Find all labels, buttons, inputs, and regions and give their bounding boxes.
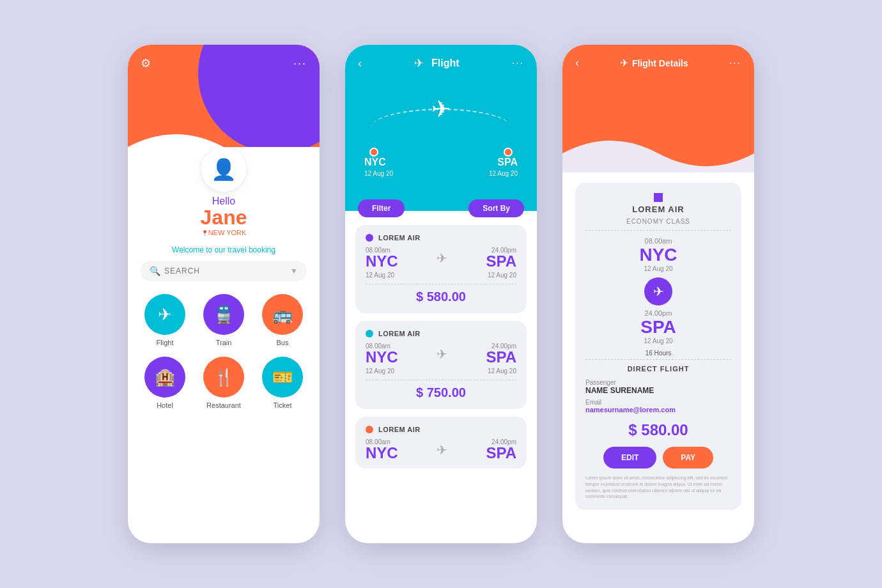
bus-label: Bus [277,339,289,346]
dates-row-2: 12 Aug 20 12 Aug 20 [366,368,516,375]
airline-row-3: LOREM AIR [366,426,516,433]
back-button-ph3[interactable]: ‹ [575,56,579,70]
ticket-list: LOREM AIR 08.00am NYC ✈ 24.00pm SPA 12 A… [345,217,537,484]
welcome-message: Welcome to our travel booking [141,245,307,254]
dropdown-arrow-icon[interactable]: ▼ [290,267,298,275]
search-bar[interactable]: 🔍 ▼ [141,261,307,281]
train-label: Train [216,339,232,346]
arrival-label: SPA 12 Aug 20 [489,156,518,179]
dates-row-1: 12 Aug 20 12 Aug 20 [366,272,516,279]
category-ticket[interactable]: 🎫 Ticket [258,357,307,409]
wave-divider-ph3 [562,121,754,173]
route-row-2: 08.00am NYC ✈ 24.00pm SPA [366,343,516,365]
sort-button[interactable]: Sort By [468,199,524,217]
category-train[interactable]: 🚆 Train [199,294,248,346]
train-icon-circle: 🚆 [203,294,244,335]
disclaimer-text: Lorem ipsum dolor sit amet, consectetur … [585,475,731,500]
departure-block-2: 08.00am NYC [366,343,398,365]
page-title-ph3: Flight Details [632,58,688,68]
dep-city: NYC [585,245,731,265]
dep-time: 08.00am [585,237,731,245]
phone-flight-list: ‹ ✈ Flight ··· ✈ NYC 12 Aug 20 SPA 12 Au… [345,45,537,543]
airline-name-3: LOREM AIR [378,426,421,433]
airline-dot-1 [366,234,373,242]
header-plane-icon: ✈ [414,56,424,70]
user-profile: 👤 Hello Jane NEW YORK [141,147,307,236]
arrival-section: 24.00pm SPA 12 Aug 20 [585,309,731,344]
class-label: ECONOMY CLASS [585,218,731,231]
filter-button[interactable]: Filter [358,199,405,217]
phone2-topbar: ‹ ✈ Flight ··· [358,56,524,70]
ticket-price-2: $ 750.00 [366,380,516,400]
duration-label: 16 Hours [585,350,731,357]
search-icon: 🔍 [150,266,160,276]
more-options-icon[interactable]: ··· [293,57,307,70]
more-options-icon[interactable]: ··· [512,58,524,69]
user-location: NEW YORK [201,229,247,236]
route-map: ✈ NYC 12 Aug 20 SPA 12 Aug 20 [358,77,524,192]
phone3-topbar: ‹ ✈ Flight Details ··· [575,56,741,70]
edit-button[interactable]: EDIT [603,447,656,468]
ticket-label: Ticket [274,401,292,409]
bus-icon-circle: 🚌 [262,294,303,335]
category-hotel[interactable]: 🏨 Hotel [141,357,189,409]
action-buttons-row: EDIT PAY [585,447,731,468]
airline-dot-2 [366,330,373,337]
departure-block-3: 08.00am NYC [366,438,398,461]
flight-arrow-icon-1: ✈ [437,251,447,266]
arrival-block-3: 24.00pm SPA [486,438,516,461]
flight-icon-center: ✈ [585,277,731,306]
category-restaurant[interactable]: 🍴 Restaurant [199,357,248,409]
flight-label: Flight [157,339,174,346]
settings-icon[interactable]: ⚙ [141,56,151,70]
ticket-price-1: $ 580.00 [366,284,516,304]
header-plane-icon-ph3: ✈ [620,57,628,69]
category-grid: ✈ Flight 🚆 Train 🚌 Bus 🏨 Hotel 🍴 Restaur… [141,294,307,409]
phone3-body: LOREM AIR ECONOMY CLASS 08.00am NYC 12 A… [562,183,754,520]
phone1-body: 👤 Hello Jane NEW YORK Welcome to our tra… [128,147,320,422]
flight-icon-circle: ✈ [144,294,185,335]
search-input[interactable] [164,267,290,275]
route-plane-icon: ✈ [431,96,451,123]
departure-block-1: 08.00am NYC [366,247,398,269]
email-value: namesurname@lorem.com [585,406,731,414]
ticket-card-1[interactable]: LOREM AIR 08.00am NYC ✈ 24.00pm SPA 12 A… [355,225,527,313]
arr-time: 24.00pm [585,309,731,317]
avatar: 👤 [201,147,246,192]
route-row-3: 08.00am NYC ✈ 24.00pm SPA [366,438,516,461]
detail-ticket-card: LOREM AIR ECONOMY CLASS 08.00am NYC 12 A… [575,183,741,510]
departure-label: NYC 12 Aug 20 [364,156,393,179]
passenger-field-label: Passenger [585,379,731,386]
plane-circle-icon: ✈ [644,277,672,306]
category-bus[interactable]: 🚌 Bus [258,294,307,346]
airline-indicator-dot [654,193,663,202]
pay-button[interactable]: PAY [663,447,713,468]
user-icon: 👤 [211,157,236,182]
more-options-icon-ph3[interactable]: ··· [729,58,741,69]
back-button[interactable]: ‹ [358,57,362,70]
ticket-price-detail: $ 580.00 [585,421,731,439]
phone2-header: ‹ ✈ Flight ··· ✈ NYC 12 Aug 20 SPA 12 Au… [345,45,537,211]
restaurant-icon-circle: 🍴 [203,357,244,398]
arr-city: SPA [585,317,731,337]
dep-date: 12 Aug 20 [585,265,731,272]
arrival-block-2: 24.00pm SPA [486,343,516,365]
airline-row-2: LOREM AIR [366,330,516,337]
hotel-label: Hotel [157,401,173,409]
arrival-block-1: 24.00pm SPA [486,247,516,269]
airline-dot-3 [366,426,373,433]
airline-name-2: LOREM AIR [378,330,421,337]
airline-name-1: LOREM AIR [378,234,421,242]
flight-arrow-icon-2: ✈ [437,346,447,362]
airline-row-1: LOREM AIR [366,234,516,242]
email-field-label: Email [585,399,731,406]
departure-section: 08.00am NYC 12 Aug 20 [585,237,731,272]
passenger-section: Passenger NAME SURENAME [585,379,731,395]
phone-home: ⚙ ··· 👤 Hello Jane NEW YORK Welcome to o… [128,45,320,543]
ticket-card-3[interactable]: LOREM AIR 08.00am NYC ✈ 24.00pm SPA [355,417,527,468]
ticket-card-2[interactable]: LOREM AIR 08.00am NYC ✈ 24.00pm SPA 12 A… [355,321,527,409]
phone-flight-details: ‹ ✈ Flight Details ··· LOREM AIR ECONOMY… [562,45,754,543]
airline-title: LOREM AIR [585,205,731,214]
category-flight[interactable]: ✈ Flight [141,294,189,346]
user-name: Jane [201,207,247,228]
